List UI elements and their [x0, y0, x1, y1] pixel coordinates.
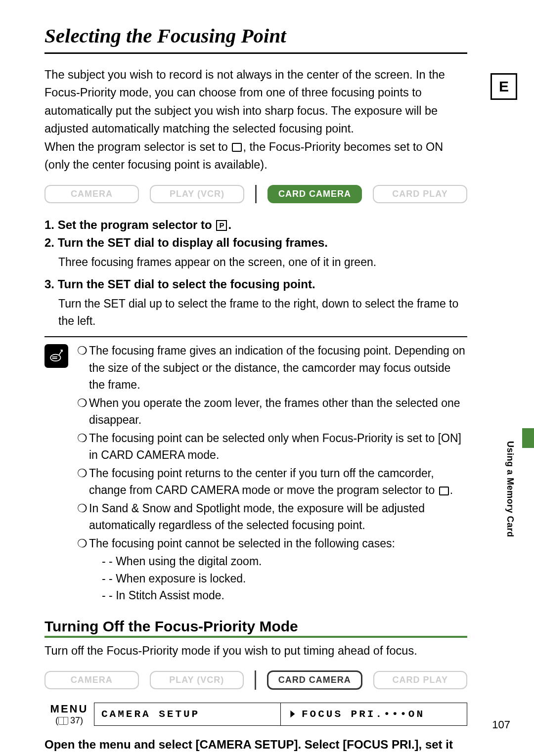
submenu-arrow-icon: [288, 710, 297, 718]
mode-card-camera-active: CARD CAMERA: [267, 185, 362, 203]
language-tag: E: [490, 73, 517, 100]
intro-text-1: The subject you wish to record is not al…: [44, 68, 445, 135]
mode-camera: CAMERA: [44, 671, 139, 689]
mode-separator: [255, 670, 256, 690]
notes-list: The focusing frame gives an indication o…: [77, 342, 467, 604]
note-subitem: - In Stitch Assist mode.: [102, 587, 467, 604]
note-item: When you operate the zoom lever, the fra…: [77, 395, 467, 429]
subsection-intro: Turn off the Focus-Priority mode if you …: [44, 642, 467, 660]
mode-card-play: CARD PLAY: [373, 671, 468, 689]
mode-separator: [255, 185, 257, 203]
note-subitem: - When using the digital zoom.: [102, 553, 467, 570]
auto-mode-icon: [232, 143, 242, 152]
mode-card-camera-active: CARD CAMERA: [267, 670, 362, 690]
manual-page: E Using a Memory Card 107 Selecting the …: [0, 0, 534, 756]
menu-cell-2-text: FOCUS PRI.•••ON: [302, 709, 425, 720]
note-item: The focusing point cannot be selected in…: [77, 535, 467, 552]
section-color-tab: [522, 428, 534, 448]
mode-play-vcr: PLAY (VCR): [150, 671, 244, 689]
menu-cell-2: FOCUS PRI.•••ON: [280, 703, 467, 726]
svg-point-0: [50, 355, 60, 361]
intro-paragraph: The subject you wish to record is not al…: [44, 66, 467, 174]
mode-camera: CAMERA: [44, 185, 139, 203]
notes-icon: [44, 344, 68, 368]
menu-path-row: MENU (37) CAMERA SETUP FOCUS PRI.•••ON: [44, 703, 467, 726]
program-p-icon: P: [216, 220, 227, 231]
menu-label: MENU: [44, 703, 94, 715]
subsection-title: Turning Off the Focus-Priority Mode: [44, 618, 467, 635]
book-icon: [58, 717, 68, 725]
step-2-detail: Three focusing frames appear on the scre…: [58, 254, 467, 271]
page-title: Selecting the Focusing Point: [44, 24, 467, 47]
subsection-underline: [44, 636, 467, 638]
mode-indicator-row: CAMERA PLAY (VCR) CARD CAMERA CARD PLAY: [44, 185, 467, 203]
note-item: The focusing point returns to the center…: [77, 465, 467, 499]
notes-block: The focusing frame gives an indication o…: [44, 342, 467, 604]
note-sublist: - When using the digital zoom. - When ex…: [77, 553, 467, 604]
note-item: In Sand & Snow and Spotlight mode, the e…: [77, 500, 467, 534]
steps-list: 1. Set the program selector to P. 2. Tur…: [44, 216, 467, 330]
note-item: The focusing point can be selected only …: [77, 430, 467, 464]
mode-play-vcr: PLAY (VCR): [150, 185, 244, 203]
side-section-label: Using a Memory Card: [505, 441, 515, 537]
step-3: 3. Turn the SET dial to select the focus…: [44, 275, 467, 293]
menu-page-ref: (37): [44, 715, 94, 726]
step-2: 2. Turn the SET dial to display all focu…: [44, 234, 467, 252]
page-content: Selecting the Focusing Point The subject…: [44, 24, 467, 756]
mode-indicator-row-2: CAMERA PLAY (VCR) CARD CAMERA CARD PLAY: [44, 670, 467, 690]
note-item: The focusing frame gives an indication o…: [77, 342, 467, 394]
step-1: 1. Set the program selector to P.: [44, 216, 467, 234]
intro-text-2a: When the program selector is set to: [44, 140, 231, 153]
menu-cell-1: CAMERA SETUP: [94, 703, 280, 726]
final-instruction: Open the menu and select [CAMERA SETUP].…: [44, 736, 467, 756]
menu-label-block: MENU (37): [44, 703, 94, 726]
title-rule: [44, 52, 467, 54]
mode-card-play: CARD PLAY: [373, 185, 467, 203]
step-3-detail: Turn the SET dial up to select the frame…: [58, 295, 467, 329]
note-subitem: - When exposure is locked.: [102, 570, 467, 587]
auto-mode-icon: [439, 487, 449, 495]
notes-divider: [44, 336, 467, 337]
page-number: 107: [492, 718, 510, 731]
